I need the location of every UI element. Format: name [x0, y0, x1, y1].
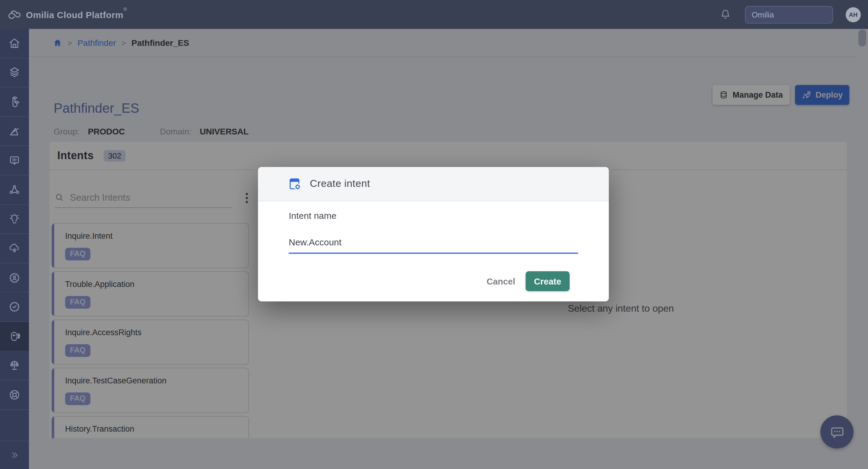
sidebar-item-ai-assistant[interactable] — [0, 322, 29, 351]
sidebar-item-voice-message[interactable] — [0, 146, 29, 176]
registered-mark: ® — [123, 6, 127, 12]
layers-icon — [8, 67, 21, 79]
create-intent-dialog: Create intent Intent name Cancel Create — [258, 167, 609, 302]
logo-cloud-icon — [8, 9, 22, 20]
network-nodes-icon — [8, 184, 21, 196]
sidebar-item-network[interactable] — [0, 176, 29, 205]
top-header-bar: Omilia Cloud Platform® AH — [0, 0, 868, 29]
brand: Omilia Cloud Platform® — [8, 9, 127, 20]
sidebar-item-home[interactable] — [0, 29, 29, 58]
sidebar-item-approvals[interactable] — [0, 293, 29, 322]
sidebar-item-cloud[interactable] — [0, 234, 29, 263]
topbar-right-cluster: AH — [720, 0, 868, 29]
voice-message-icon — [8, 154, 21, 166]
sidebar-spacer — [0, 410, 29, 441]
omilia-cloud-platform-app: Omilia Cloud Platform® AH — [0, 0, 868, 469]
sidebar-collapse-toggle[interactable] — [0, 441, 29, 469]
create-intent-doc-gear-icon — [288, 177, 302, 191]
create-button[interactable]: Create — [526, 271, 569, 291]
sidebar-item-user-settings[interactable] — [0, 263, 29, 293]
scales-icon — [8, 359, 21, 372]
notifications-bell-icon[interactable] — [720, 9, 731, 20]
avatar[interactable]: AH — [846, 7, 861, 22]
sidebar-item-layers[interactable] — [0, 58, 29, 87]
double-chevron-right-icon — [10, 451, 19, 459]
org-search-input[interactable] — [745, 6, 833, 23]
ai-assistant-icon — [8, 330, 21, 342]
dialog-header: Create intent — [258, 167, 609, 201]
page-scrollbar-thumb[interactable] — [858, 30, 866, 46]
cloud-speech-icon — [8, 242, 21, 254]
intent-name-input[interactable] — [289, 233, 578, 254]
sidebar-nav — [0, 29, 29, 469]
dialog-title: Create intent — [310, 178, 370, 190]
lightbulb-icon — [8, 213, 21, 225]
sidebar-item-lightbulb[interactable] — [0, 205, 29, 234]
blocks-icon — [8, 96, 21, 108]
intent-name-label: Intent name — [289, 210, 336, 221]
sidebar-item-ruler-triangle[interactable] — [0, 117, 29, 146]
gear-check-icon — [8, 301, 21, 313]
cancel-button[interactable]: Cancel — [483, 271, 519, 291]
brand-title: Omilia Cloud Platform® — [26, 9, 127, 20]
home-icon — [8, 37, 21, 50]
user-gear-icon — [8, 272, 21, 284]
sidebar-item-support[interactable] — [0, 380, 29, 410]
sidebar-item-evaluation[interactable] — [0, 351, 29, 380]
lifebuoy-icon — [8, 389, 21, 401]
ruler-triangle-icon — [8, 125, 21, 137]
sidebar-item-blocks[interactable] — [0, 87, 29, 117]
